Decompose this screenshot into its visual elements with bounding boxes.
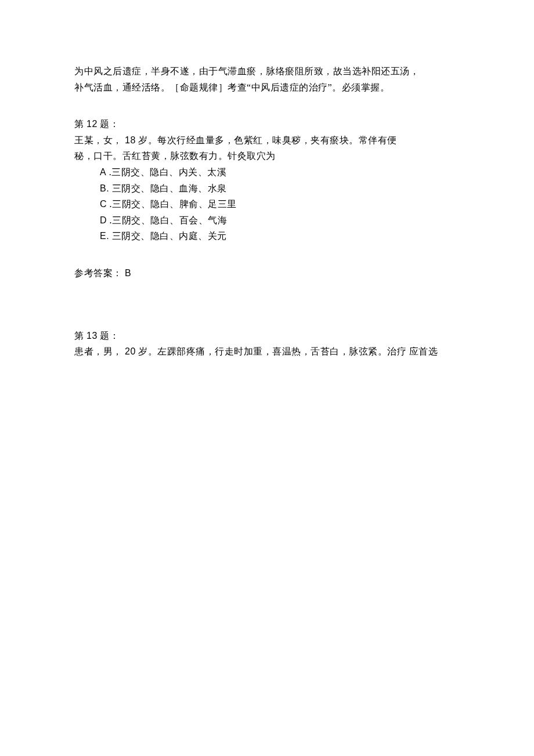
prev-answer-line2: 补气活血，通经活络。［命题规律］考查“中风后遗症的治疗”。必须掌握。 <box>74 80 460 95</box>
option-b-text: 三阴交、隐白、血海、水泉 <box>109 183 227 193</box>
q12-text-line1-a: 王某，女， <box>74 135 125 145</box>
option-c-label: C <box>100 199 107 209</box>
q13-header-num: 13 <box>86 331 98 341</box>
q13-text: 患者，男， 20 岁。左踝部疼痛，行走时加重，喜温热，舌苔白，脉弦紧。治疗 应首… <box>74 344 460 359</box>
q12-answer: 参考答案： B <box>74 266 460 281</box>
q12-option-d: D .三阴交、隐白、百会、气海 <box>100 213 460 228</box>
q13-header: 第 13 题： <box>74 328 460 343</box>
option-a-text: .三阴交、隐白、内关、太溪 <box>106 167 226 177</box>
q13-text-a: 患者，男， <box>74 346 125 356</box>
option-b-label: B. <box>100 183 109 193</box>
q12-answer-value: B <box>125 268 131 278</box>
q12-option-a: A .三阴交、隐白、内关、太溪 <box>100 165 460 180</box>
q12-option-c: C .三阴交、隐白、脾俞、足三里 <box>100 197 460 212</box>
q12-header: 第 12 题： <box>74 117 460 132</box>
q12-text-line1-num: 18 <box>125 135 136 145</box>
q12-text-line2: 秘，口干。舌红苔黄，脉弦数有力。针灸取穴为 <box>74 149 460 164</box>
option-e-label: E. <box>100 231 109 241</box>
q12-option-e: E. 三阴交、隐白、内庭、关元 <box>100 229 460 244</box>
option-e-text: 三阴交、隐白、内庭、关元 <box>109 231 227 241</box>
q13-text-b: 岁。左踝部疼痛，行走时加重，喜温热，舌苔白，脉弦紧。治疗 应首选 <box>136 346 438 356</box>
q12-text-line1: 王某，女， 18 岁。每次行经血量多，色紫红，味臭秽，夹有瘀块。常伴有便 <box>74 133 460 148</box>
q12-text-line1-b: 岁。每次行经血量多，色紫红，味臭秽，夹有瘀块。常伴有便 <box>136 135 397 145</box>
q12-option-b: B. 三阴交、隐白、血海、水泉 <box>100 181 460 196</box>
option-d-label: D <box>100 215 107 225</box>
q13-text-num: 20 <box>125 346 136 356</box>
q12-header-prefix: 第 <box>74 119 86 129</box>
q12-header-suffix: 题： <box>98 119 120 129</box>
option-a-label: A <box>100 167 106 177</box>
option-c-text: .三阴交、隐白、脾俞、足三里 <box>107 199 237 209</box>
q12-answer-label: 参考答案： <box>74 268 125 278</box>
option-d-text: .三阴交、隐白、百会、气海 <box>107 215 227 225</box>
prev-answer-line1: 为中风之后遗症，半身不遂，由于气滞血瘀，脉络瘀阻所致，故当选补阳还五汤， <box>74 64 460 79</box>
document-content: 为中风之后遗症，半身不遂，由于气滞血瘀，脉络瘀阻所致，故当选补阳还五汤， 补气活… <box>0 0 534 359</box>
q13-header-prefix: 第 <box>74 331 86 341</box>
q13-header-suffix: 题： <box>98 331 120 341</box>
q12-header-num: 12 <box>86 119 98 129</box>
